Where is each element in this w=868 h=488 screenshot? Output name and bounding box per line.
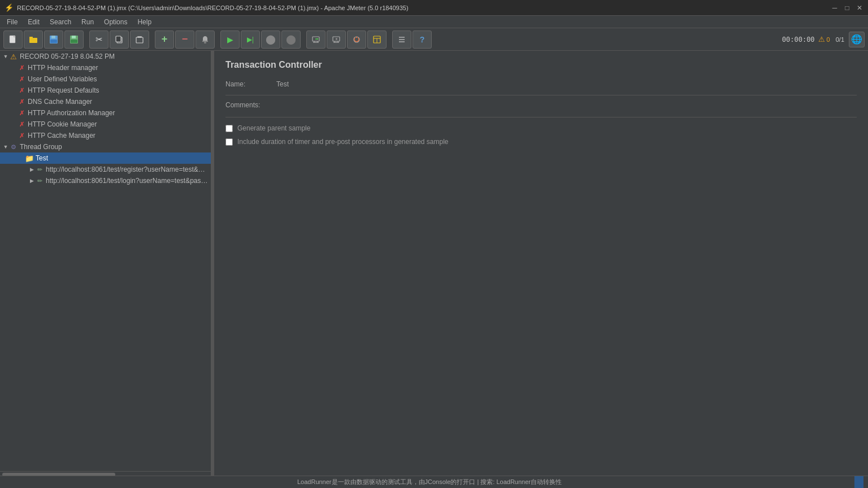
shutdown-button[interactable]: ⬤ — [281, 30, 301, 49]
generate-parent-row: Generate parent sample — [225, 124, 857, 132]
tree-container: ▼ ⚠ RECORD 05-27-19 8.04.52 PM ✗ HTTP He… — [0, 51, 211, 471]
tree-item-login[interactable]: ▶ ✏ http://localhost:8061/test/login?use… — [0, 175, 211, 186]
paste-button[interactable] — [130, 30, 149, 49]
menu-edit[interactable]: Edit — [23, 17, 44, 27]
copy-button[interactable] — [110, 30, 129, 49]
toggle-http-cookie — [10, 121, 17, 128]
include-duration-label[interactable]: Include duration of timer and pre-post p… — [237, 138, 449, 146]
tree-item-root[interactable]: ▼ ⚠ RECORD 05-27-19 8.04.52 PM — [0, 51, 211, 62]
title-text: ⚡ RECORD-05-27-19-8-04-52-PM (1).jmx (C:… — [5, 3, 409, 12]
tree-item-http-cache[interactable]: ✗ HTTP Cache Manager — [0, 130, 211, 141]
template-button[interactable] — [367, 30, 387, 49]
separator-2 — [150, 31, 154, 48]
menu-options[interactable]: Options — [99, 17, 132, 27]
window-controls: ─ □ ✕ — [831, 4, 863, 12]
http-cookie-label: HTTP Cookie Manager — [28, 120, 97, 128]
http-cookie-icon: ✗ — [17, 120, 26, 129]
toggle-root[interactable]: ▼ — [2, 53, 9, 60]
include-duration-row: Include duration of timer and pre-post p… — [225, 138, 857, 146]
stop-button[interactable]: ⬤ — [261, 30, 280, 49]
http-cache-icon: ✗ — [17, 131, 26, 140]
toggle-test — [18, 155, 25, 162]
svg-rect-25 — [336, 38, 337, 40]
comments-input[interactable] — [274, 100, 857, 112]
content-panel: Transaction Controller Name: Comments: G… — [214, 51, 868, 476]
timer-display: 00:00:00 — [782, 36, 815, 43]
globe-button[interactable]: 🌐 — [849, 32, 865, 47]
menu-search[interactable]: Search — [45, 17, 76, 27]
menu-help[interactable]: Help — [133, 17, 156, 27]
status-text: LoadRunner是一款由数据驱动的测试工具，由JConsole的打开口 | … — [5, 478, 854, 486]
help-button[interactable]: ? — [413, 30, 432, 49]
toolbar: ✂ + − ▶ ▶| ⬤ ⬤ — [0, 28, 868, 51]
remote-stop-button[interactable] — [327, 30, 346, 49]
tree-item-thread-group[interactable]: ▼ ⚙ Thread Group — [0, 141, 211, 152]
login-icon: ✏ — [35, 176, 44, 185]
status-right — [854, 476, 863, 488]
name-row: Name: — [225, 78, 857, 95]
svg-marker-20 — [317, 38, 319, 40]
svg-rect-13 — [202, 41, 208, 42]
tree-item-register[interactable]: ▶ ✏ http://localhost:8061/test/register?… — [0, 164, 211, 175]
maximize-button[interactable]: □ — [843, 4, 851, 12]
menu-file[interactable]: File — [2, 17, 22, 27]
sidebar-scrollbar[interactable] — [0, 471, 211, 476]
svg-rect-10 — [116, 36, 121, 42]
toggle-register[interactable]: ▶ — [28, 166, 35, 173]
tree-item-http-header[interactable]: ✗ HTTP Header manager — [0, 62, 211, 73]
clear-button[interactable] — [196, 30, 215, 49]
toggle-http-request — [10, 87, 17, 94]
remote-run-button[interactable] — [306, 30, 326, 49]
comments-label: Comments: — [225, 100, 271, 109]
separator-3 — [216, 31, 219, 48]
open-button[interactable] — [24, 30, 43, 49]
toggle-user-defined — [10, 76, 17, 82]
sidebar: ▼ ⚠ RECORD 05-27-19 8.04.52 PM ✗ HTTP He… — [0, 51, 212, 476]
toggle-thread-group[interactable]: ▼ — [2, 143, 9, 150]
save-as-button[interactable] — [44, 30, 63, 49]
svg-rect-4 — [51, 36, 55, 38]
run-button[interactable]: ▶ — [220, 30, 240, 49]
http-request-label: HTTP Request Defaults — [28, 86, 99, 94]
generate-parent-checkbox[interactable] — [225, 125, 233, 132]
name-label: Name: — [225, 80, 271, 88]
generate-parent-label[interactable]: Generate parent sample — [237, 124, 310, 132]
save-button[interactable] — [64, 30, 84, 49]
tree-item-http-request-defaults[interactable]: ✗ HTTP Request Defaults — [0, 85, 211, 96]
test-icon: 📁 — [25, 154, 34, 163]
tree-item-dns-cache[interactable]: ✗ DNS Cache Manager — [0, 96, 211, 107]
panel-title: Transaction Controller — [225, 60, 857, 70]
tree-item-http-cookie[interactable]: ✗ HTTP Cookie Manager — [0, 119, 211, 130]
register-label: http://localhost:8061/test/register?user… — [46, 165, 209, 173]
new-button[interactable] — [3, 30, 23, 49]
user-defined-label: User Defined Variables — [28, 75, 97, 83]
svg-rect-2 — [29, 37, 33, 38]
run-no-pause-button[interactable]: ▶| — [241, 30, 260, 49]
dns-cache-label: DNS Cache Manager — [28, 98, 92, 106]
cut-button[interactable]: ✂ — [89, 30, 108, 49]
minimize-button[interactable]: ─ — [831, 4, 839, 12]
toggle-login[interactable]: ▶ — [28, 177, 35, 184]
tree-item-user-defined[interactable]: ✗ User Defined Variables — [0, 73, 211, 85]
svg-rect-5 — [50, 40, 57, 43]
menu-run[interactable]: Run — [77, 17, 98, 27]
remove-button[interactable]: − — [175, 30, 194, 49]
svg-rect-12 — [136, 37, 143, 43]
warning-count: 0 — [827, 36, 830, 43]
tree-item-test[interactable]: 📁 Test — [0, 152, 211, 164]
root-label: RECORD 05-27-19 8.04.52 PM — [20, 53, 115, 60]
name-input[interactable] — [274, 78, 857, 90]
title-bar: ⚡ RECORD-05-27-19-8-04-52-PM (1).jmx (C:… — [0, 0, 868, 16]
http-auth-label: HTTP Authorization Manager — [28, 109, 115, 117]
add-button[interactable]: + — [155, 30, 174, 49]
register-icon: ✏ — [35, 165, 44, 174]
toggle-http-cache — [10, 132, 17, 139]
thread-group-label: Thread Group — [20, 143, 62, 151]
tree-item-http-auth[interactable]: ✗ HTTP Authorization Manager — [0, 107, 211, 119]
close-button[interactable]: ✕ — [856, 4, 863, 12]
include-duration-checkbox[interactable] — [225, 138, 233, 146]
window-title: RECORD-05-27-19-8-04-52-PM (1).jmx (C:\U… — [17, 5, 409, 11]
remote3-button[interactable] — [347, 30, 366, 49]
root-icon: ⚠ — [9, 52, 18, 61]
list-button[interactable] — [392, 30, 411, 49]
